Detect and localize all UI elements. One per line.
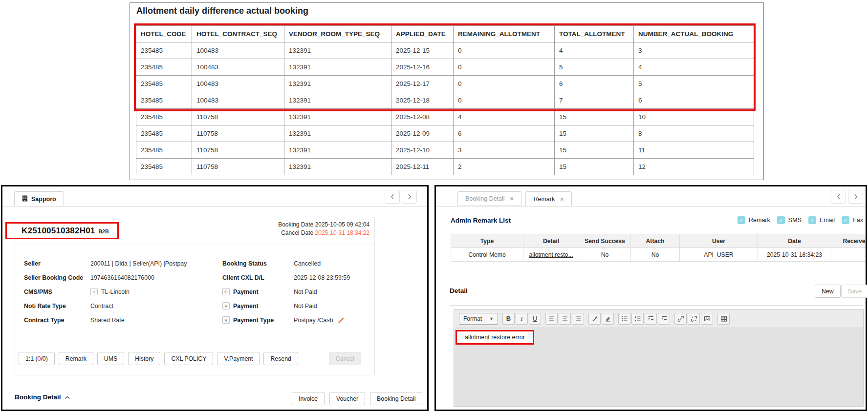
booking-fields-left: Seller200011 | Dida | Seller(API) |Postp…	[24, 256, 219, 327]
chevron-right-icon[interactable]	[402, 190, 417, 204]
align-right-icon[interactable]	[572, 313, 584, 325]
booking-field-label: Noti Rate Type	[24, 303, 90, 309]
checkbox-checked-icon[interactable]: ✓	[842, 216, 849, 224]
action-button-1-1[interactable]: 1:1 (0/0)	[19, 352, 55, 365]
allotment-cell: 2025-12-16	[391, 59, 454, 76]
allotment-cell: 132391	[284, 142, 391, 159]
remark-column-header: Type	[451, 234, 523, 248]
outdent-icon[interactable]	[658, 313, 670, 325]
allotment-cell: 6	[555, 76, 634, 92]
tab-booking-detail[interactable]: Booking Detail ✕	[457, 191, 521, 206]
field-type-badge: V	[222, 316, 230, 324]
close-icon[interactable]: ✕	[560, 196, 564, 202]
action-button-remark[interactable]: Remark	[59, 352, 93, 365]
checkbox-checked-icon[interactable]: ✓	[808, 216, 816, 224]
toolbar-group	[717, 313, 730, 325]
allotment-cell: 5	[555, 59, 634, 76]
editor-content-area[interactable]: allotment restore error	[454, 328, 863, 406]
tab-strip-divider	[2, 206, 427, 206]
building-icon	[22, 195, 28, 203]
checkbox-checked-icon[interactable]: ✓	[738, 216, 745, 224]
allotment-cell: 8	[634, 125, 754, 142]
checkbox-checked-icon[interactable]: ✓	[777, 216, 785, 224]
underline-icon[interactable]: U	[529, 313, 541, 325]
indent-icon[interactable]	[645, 313, 657, 325]
allotment-row: 2354851107581323912025-12-0841510	[136, 109, 754, 125]
table-icon[interactable]	[717, 313, 730, 325]
footer-button-invoice[interactable]: Invoice	[292, 392, 325, 405]
report-title: Allotment daily difference actual bookin…	[136, 6, 308, 16]
unlink-icon[interactable]	[688, 313, 700, 325]
tab-remark[interactable]: Remark ✕	[525, 191, 572, 206]
allotment-cell: 10	[634, 109, 754, 125]
new-button[interactable]: New	[815, 285, 841, 298]
action-button-cxl-policy[interactable]: CXL POLICY	[164, 352, 213, 365]
booking-action-buttons: 1:1 (0/0)RemarkUMSHistoryCXL POLICYV.Pay…	[19, 352, 298, 365]
allotment-cell: 100483	[192, 92, 284, 109]
remark-column-header: Date	[758, 234, 831, 248]
allotment-cell: 110758	[192, 159, 284, 175]
booking-field-value: 200011 | Dida | Seller(API) |Postpay	[90, 260, 187, 267]
booking-detail-section-header[interactable]: Booking Detail	[15, 393, 70, 401]
field-type-badge: C	[222, 288, 230, 295]
align-left-icon[interactable]	[545, 313, 558, 325]
booking-detail-section-title: Booking Detail	[15, 393, 61, 401]
action-button-history[interactable]: History	[128, 352, 160, 365]
chevron-left-icon[interactable]	[831, 190, 846, 204]
allotment-cell: 5	[634, 76, 754, 92]
paint-icon[interactable]	[602, 313, 614, 325]
image-icon[interactable]	[701, 313, 713, 325]
close-icon[interactable]: ✕	[510, 196, 514, 202]
booking-field-label: Seller	[24, 260, 90, 267]
allotment-cell: 2025-12-15	[391, 42, 454, 59]
chevron-left-icon[interactable]	[385, 190, 400, 204]
format-dropdown-label: Format	[463, 315, 482, 322]
allotment-cell: 12	[634, 159, 754, 175]
tab-sapporo[interactable]: Sapporo	[14, 191, 64, 206]
action-button-ums[interactable]: UMS	[97, 352, 124, 365]
booking-field-label: Client CXL D/L	[222, 274, 294, 281]
remark-cell: No	[579, 248, 631, 262]
allotment-cell: 132391	[284, 59, 391, 76]
allotment-column-header: REMAINING_ALLOTMENT	[454, 26, 555, 42]
allotment-cell: 2025-12-17	[391, 76, 454, 92]
remark-cell: No	[631, 248, 680, 262]
remark-text-highlight-box: allotment restore error	[456, 330, 534, 345]
remark-tabs: Booking Detail ✕ Remark ✕	[457, 191, 572, 206]
remark-pager	[831, 190, 863, 204]
format-dropdown[interactable]: Format ▼	[459, 313, 498, 325]
italic-icon[interactable]: I	[516, 313, 528, 325]
booking-dates: Booking Date 2025-10-05 09:42:04 Cancel …	[278, 221, 369, 237]
booking-field-row: CMS/PMSATL-Lincoln	[24, 285, 219, 299]
toolbar-group: BIU	[502, 313, 541, 325]
action-button-resend[interactable]: Resend	[263, 352, 298, 365]
cancel-button[interactable]: Cancel	[329, 352, 361, 365]
allotment-column-header: HOTEL_CODE	[136, 26, 192, 42]
allotment-report-box: Allotment daily difference actual bookin…	[130, 2, 764, 180]
list-ul-icon[interactable]	[618, 313, 630, 325]
align-center-icon[interactable]	[559, 313, 571, 325]
allotment-row: 2354851004831323912025-12-18076	[136, 92, 754, 109]
field-type-badge: A	[90, 288, 98, 295]
remark-cell: Control Memo	[451, 248, 523, 262]
allotment-column-header: APPLIED_DATE	[391, 26, 454, 42]
save-button[interactable]: Save	[841, 285, 868, 298]
allotment-cell: 132391	[284, 76, 391, 92]
edit-pencil-icon[interactable]	[338, 317, 345, 324]
footer-button-voucher[interactable]: Voucher	[329, 392, 365, 405]
toolbar-group	[618, 313, 670, 325]
chevron-right-icon[interactable]	[848, 190, 863, 204]
booking-field-label: VPayment	[222, 302, 294, 309]
booking-field-label: CPayment	[222, 288, 294, 295]
action-button-v-payment[interactable]: V.Payment	[217, 352, 260, 365]
booking-field-label: Booking Status	[222, 260, 294, 267]
booking-fields-right: Booking StatusCancelledClient CXL D/L202…	[222, 256, 372, 327]
list-ol-icon[interactable]	[631, 313, 644, 325]
allotment-cell: 0	[454, 92, 555, 109]
link-icon[interactable]	[674, 313, 687, 325]
bold-icon[interactable]: B	[502, 313, 515, 325]
footer-button-booking-detail[interactable]: Booking Detail	[370, 392, 422, 405]
booking-field-row: Client CXL D/L2025-12-08 23:59:59	[222, 270, 372, 285]
brush-icon[interactable]	[588, 313, 601, 325]
remark-cell[interactable]: allotment resto...	[523, 248, 579, 262]
